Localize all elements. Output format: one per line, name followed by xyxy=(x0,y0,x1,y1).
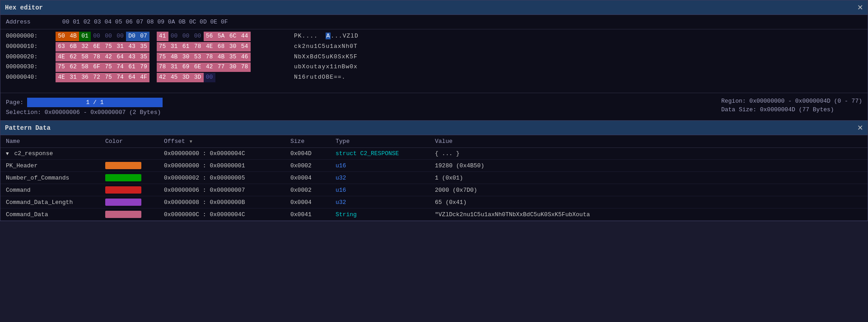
data-size-info: Data Size: 0x0000004D (77 Bytes) xyxy=(721,106,862,113)
hex-byte[interactable]: 74 xyxy=(114,73,126,82)
hex-byte[interactable]: 75 xyxy=(56,62,67,72)
hex-byte[interactable]: 00 xyxy=(91,32,103,41)
pattern-row-num-commands[interactable]: Number_of_Commands 0x00000002 : 0x000000… xyxy=(0,172,868,184)
hex-byte[interactable]: 75 xyxy=(103,62,114,72)
hex-byte[interactable]: 74 xyxy=(114,62,126,72)
hex-byte[interactable]: 44 xyxy=(239,32,251,41)
hex-byte[interactable]: 42 xyxy=(103,52,114,62)
hex-byte[interactable]: 3D xyxy=(192,73,204,82)
hex-byte[interactable]: 43 xyxy=(126,42,138,52)
hex-byte[interactable]: 58 xyxy=(79,52,91,62)
hex-byte[interactable]: 3D xyxy=(180,73,192,82)
pattern-row-pk-header[interactable]: PK_Header 0x00000000 : 0x00000001 0x0002… xyxy=(0,160,868,172)
hex-byte[interactable]: 4B xyxy=(168,52,180,62)
pattern-row-command[interactable]: Command 0x00000006 : 0x00000007 0x0002 u… xyxy=(0,184,868,196)
hex-byte[interactable]: 00 xyxy=(204,73,215,82)
hex-byte[interactable]: 78 xyxy=(239,62,251,72)
page-bar[interactable]: 1 / 1 xyxy=(27,98,163,107)
pattern-offset-command: 0x00000006 : 0x00000007 xyxy=(159,184,285,196)
hex-byte[interactable]: 61 xyxy=(180,42,192,52)
hex-byte[interactable]: 75 xyxy=(103,73,114,82)
pattern-close-button[interactable]: ✕ xyxy=(857,123,863,132)
hex-byte[interactable]: 6B xyxy=(67,42,79,52)
hex-byte[interactable]: 6C xyxy=(227,32,239,41)
hex-byte[interactable]: 41 xyxy=(157,32,168,41)
hex-byte[interactable]: 31 xyxy=(67,73,79,82)
hex-byte[interactable]: 4B xyxy=(215,52,227,62)
hex-editor-close-button[interactable]: ✕ xyxy=(857,3,863,12)
pattern-name-pk-header: PK_Header xyxy=(0,160,100,172)
hex-byte[interactable]: 78 xyxy=(192,42,204,52)
pattern-type-num-commands: u32 xyxy=(330,172,429,184)
hex-byte[interactable]: 35 xyxy=(227,52,239,62)
hex-byte[interactable]: 00 xyxy=(114,32,126,41)
hex-ascii-3: ubXoutayx1inBw0x xyxy=(294,62,358,72)
hex-byte[interactable]: 00 xyxy=(192,32,204,41)
hex-byte[interactable]: 4E xyxy=(56,73,67,82)
hex-byte[interactable]: 75 xyxy=(157,52,168,62)
hex-byte[interactable]: 45 xyxy=(168,73,180,82)
hex-byte[interactable]: 43 xyxy=(126,52,138,62)
hex-byte[interactable]: 75 xyxy=(157,42,168,52)
hex-byte[interactable]: 42 xyxy=(157,73,168,82)
hex-byte[interactable]: 53 xyxy=(192,52,204,62)
hex-byte[interactable]: 6F xyxy=(91,62,103,72)
pattern-name-cmd-data-len: Command_Data_Length xyxy=(0,196,100,208)
hex-byte[interactable]: 61 xyxy=(126,62,138,72)
pattern-row-c2-response[interactable]: ▼ c2_response 0x00000000 : 0x0000004C 0x… xyxy=(0,148,868,160)
pattern-color-c2-response xyxy=(100,148,159,160)
pattern-size-command: 0x0002 xyxy=(285,184,330,196)
hex-byte[interactable]: 56 xyxy=(204,32,215,41)
hex-byte[interactable]: 07 xyxy=(138,32,149,41)
hex-byte[interactable]: 6E xyxy=(192,62,204,72)
region-info: Region: 0x00000000 - 0x0000004D (0 - 77) xyxy=(721,98,862,104)
hex-byte[interactable]: 68 xyxy=(215,42,227,52)
hex-byte[interactable]: 62 xyxy=(67,52,79,62)
hex-byte[interactable]: 5A xyxy=(215,32,227,41)
hex-byte[interactable]: 77 xyxy=(215,62,227,72)
hex-byte[interactable]: 78 xyxy=(157,62,168,72)
hex-byte[interactable]: 42 xyxy=(204,62,215,72)
hex-byte[interactable]: 6E xyxy=(91,42,103,52)
hex-byte[interactable]: 00 xyxy=(180,32,192,41)
pattern-row-cmd-data-len[interactable]: Command_Data_Length 0x00000008 : 0x00000… xyxy=(0,196,868,208)
hex-byte[interactable]: 4B xyxy=(67,32,79,41)
hex-byte[interactable]: 36 xyxy=(79,73,91,82)
col-header-type: Type xyxy=(330,135,429,148)
hex-byte[interactable]: 46 xyxy=(239,52,251,62)
hex-byte[interactable]: 69 xyxy=(180,62,192,72)
hex-byte[interactable]: 79 xyxy=(138,62,149,72)
hex-byte[interactable]: 4F xyxy=(138,73,149,82)
hex-byte[interactable]: 31 xyxy=(168,62,180,72)
hex-byte[interactable]: 78 xyxy=(204,52,215,62)
hex-byte[interactable]: 30 xyxy=(227,62,239,72)
hex-byte[interactable]: 54 xyxy=(239,42,251,52)
hex-byte[interactable]: 35 xyxy=(138,42,149,52)
hex-byte[interactable]: D0 xyxy=(126,32,138,41)
hex-byte[interactable]: 31 xyxy=(114,42,126,52)
expand-arrow-c2-response[interactable]: ▼ xyxy=(6,151,9,156)
hex-byte[interactable]: 64 xyxy=(114,52,126,62)
hex-byte[interactable]: 58 xyxy=(79,62,91,72)
data-size-label: Data Size: xyxy=(721,106,756,113)
hex-byte[interactable]: 01 xyxy=(79,32,91,41)
hex-byte[interactable]: 75 xyxy=(103,42,114,52)
hex-byte[interactable]: 72 xyxy=(91,73,103,82)
hex-byte[interactable]: 4E xyxy=(204,42,215,52)
hex-byte[interactable]: 30 xyxy=(180,52,192,62)
pattern-row-cmd-data[interactable]: Command_Data 0x0000000C : 0x0000004C 0x0… xyxy=(0,208,868,221)
col-header-value: Value xyxy=(429,135,868,148)
hex-byte[interactable]: 64 xyxy=(126,73,138,82)
hex-byte[interactable]: 78 xyxy=(91,52,103,62)
hex-byte[interactable]: 4E xyxy=(56,52,67,62)
hex-byte[interactable]: 50 xyxy=(56,32,67,41)
pattern-size-cmd-data-len: 0x0004 xyxy=(285,196,330,208)
hex-byte[interactable]: 63 xyxy=(56,42,67,52)
hex-byte[interactable]: 62 xyxy=(67,62,79,72)
hex-byte[interactable]: 31 xyxy=(168,42,180,52)
hex-byte[interactable]: 32 xyxy=(79,42,91,52)
hex-byte[interactable]: 30 xyxy=(227,42,239,52)
hex-byte[interactable]: 00 xyxy=(168,32,180,41)
hex-byte[interactable]: 35 xyxy=(138,52,149,62)
hex-byte[interactable]: 00 xyxy=(103,32,114,41)
